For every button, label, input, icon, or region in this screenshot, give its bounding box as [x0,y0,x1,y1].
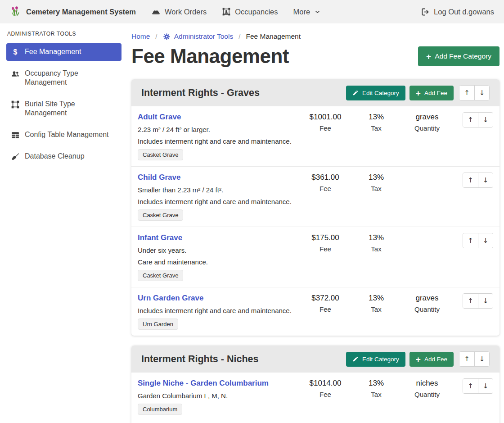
add-fee-category-button[interactable]: + Add Fee Category [418,46,500,66]
fee-amount-column: $1001.00 Fee [298,112,353,132]
pencil-icon [352,90,359,96]
move-category-down-button[interactable]: ↓ [474,86,489,100]
category-reorder-group: ↑ ↓ [459,85,490,100]
fee-quantity-column: graves Quantity [400,112,454,132]
fee-row: Child Grave Smaller than 2.23 m² / 24 ft… [131,167,500,227]
fee-quantity: graves [400,294,454,303]
category-body: Single Niche - Garden Columbarium Garden… [131,373,500,423]
fee-reorder-group: ↑ ↓ [463,112,493,127]
broom-icon [11,152,20,161]
nav-more-dropdown[interactable]: More [293,8,321,16]
sidebar-item[interactable]: Fee Management [6,43,122,61]
fee-description: Under six years. [138,246,298,254]
move-fee-up-button[interactable]: ↑ [463,173,478,187]
nav-work-orders-label: Work Orders [165,8,207,16]
chevron-down-icon [314,9,321,15]
plus-icon: + [416,89,421,97]
move-fee-up-button[interactable]: ↑ [463,379,478,393]
fee-quantity: niches [400,379,454,388]
fee-amount-column: $361.00 Fee [298,173,353,192]
fee-amount-label: Fee [298,305,353,313]
fee-details: Child Grave Smaller than 2.23 m² / 24 ft… [138,173,298,221]
fee-amount: $175.00 [298,233,353,242]
add-fee-label: Add Fee [424,356,447,363]
move-fee-down-button[interactable]: ↓ [478,113,493,127]
fee-tax-column: 13% Tax [353,293,400,313]
fee-name-link[interactable]: Child Grave [138,173,180,182]
sidebar-item[interactable]: Burial Site Type Management [6,96,122,122]
fee-row: Companion Niche - Garden Columbarium Gar… [131,421,500,423]
top-navbar: Cemetery Management System Work Orders O… [0,0,504,23]
fee-tag-badge: Casket Grave [138,270,183,281]
fee-row: Infant Grave Under six years.Care and ma… [131,227,500,287]
move-category-down-button[interactable]: ↓ [474,352,489,366]
logout-link[interactable]: Log Out d.gowans [420,7,494,17]
logout-label: Log Out d.gowans [434,8,494,16]
people-icon [11,69,20,78]
plus-icon: + [426,52,431,61]
fee-quantity-column [400,173,454,176]
category-header: Interment Rights - Niches Edit Category … [131,346,500,373]
category-title: Interment Rights - Niches [141,354,342,365]
vector-square-icon [11,100,20,109]
fee-name-link[interactable]: Single Niche - Garden Columbarium [138,379,269,388]
fee-tag-badge: Urn Garden [138,318,178,330]
move-fee-down-button[interactable]: ↓ [478,294,493,308]
move-category-up-button[interactable]: ↑ [459,86,474,100]
add-fee-button[interactable]: + Add Fee [410,86,454,100]
fee-tag-badge: Casket Grave [138,149,183,160]
move-fee-down-button[interactable]: ↓ [478,379,493,393]
fee-details: Single Niche - Garden Columbarium Garden… [138,378,298,415]
breadcrumb-home-label: Home [131,32,150,41]
category-reorder-group: ↑ ↓ [459,351,490,367]
fee-details: Adult Grave 2.23 m² / 24 ft² or larger.I… [138,112,298,160]
breadcrumb-home-link[interactable]: Home [131,32,150,41]
move-fee-up-button[interactable]: ↑ [463,294,478,308]
sidebar-item-label: Burial Site Type Management [25,100,117,118]
category-header: Interment Rights - Graves Edit Category … [131,79,500,106]
sidebar-item[interactable]: Occupancy Type Management [6,65,122,91]
fee-categories: Interment Rights - Graves Edit Category … [131,79,500,423]
edit-category-label: Edit Category [362,356,399,363]
breadcrumb-admin-tools-link[interactable]: Administrator Tools [163,32,234,41]
fee-category-card: Interment Rights - Niches Edit Category … [131,346,500,423]
sidebar-list: Fee Management Occupancy Type Management… [6,43,122,165]
app-brand[interactable]: Cemetery Management System [10,6,136,18]
fee-descriptions: Garden Columbarium L, M, N. [138,392,298,400]
sidebar-item[interactable]: Database Cleanup [6,148,122,165]
move-fee-up-button[interactable]: ↑ [463,233,478,248]
fee-quantity: graves [400,113,454,122]
move-fee-up-button[interactable]: ↑ [463,113,478,127]
fee-description: 2.23 m² / 24 ft² or larger. [138,126,298,133]
edit-category-button[interactable]: Edit Category [346,352,405,367]
add-fee-label: Add Fee [424,90,447,96]
add-fee-button[interactable]: + Add Fee [410,352,454,367]
fee-reorder-group: ↑ ↓ [463,293,493,309]
add-fee-category-label: Add Fee Category [435,52,491,60]
fee-category-card: Interment Rights - Graves Edit Category … [131,79,500,336]
fee-name-link[interactable]: Urn Garden Grave [138,294,203,303]
fee-name-link[interactable]: Infant Grave [138,233,182,242]
fee-row: Single Niche - Garden Columbarium Garden… [131,373,500,421]
move-category-up-button[interactable]: ↑ [459,352,474,366]
sidebar-heading: ADMINISTRATOR TOOLS [7,31,122,37]
sidebar-item-label: Occupancy Type Management [25,69,117,87]
breadcrumb-separator: / [238,32,240,41]
occupancies-icon [222,7,231,16]
nav-occupancies[interactable]: Occupancies [222,7,278,16]
sidebar-item-label: Database Cleanup [25,152,85,161]
nav-work-orders[interactable]: Work Orders [151,7,207,17]
fee-row: Urn Garden Grave Includes interment righ… [131,287,500,336]
sidebar-item[interactable]: Config Table Management [6,126,122,144]
fee-descriptions: Under six years.Care and maintenance. [138,246,298,266]
fee-amount: $372.00 [298,294,353,303]
breadcrumb: Home / Administrator Tools / Fee Managem… [131,32,500,41]
move-fee-down-button[interactable]: ↓ [478,173,493,187]
fee-tags: Casket Grave [138,149,298,160]
fee-quantity-column: graves Quantity [400,293,454,313]
fee-tax-column: 13% Tax [353,173,400,192]
move-fee-down-button[interactable]: ↓ [478,233,493,248]
fee-name-link[interactable]: Adult Grave [138,113,181,122]
edit-category-button[interactable]: Edit Category [346,86,405,100]
fee-tax-column: 13% Tax [353,233,400,253]
